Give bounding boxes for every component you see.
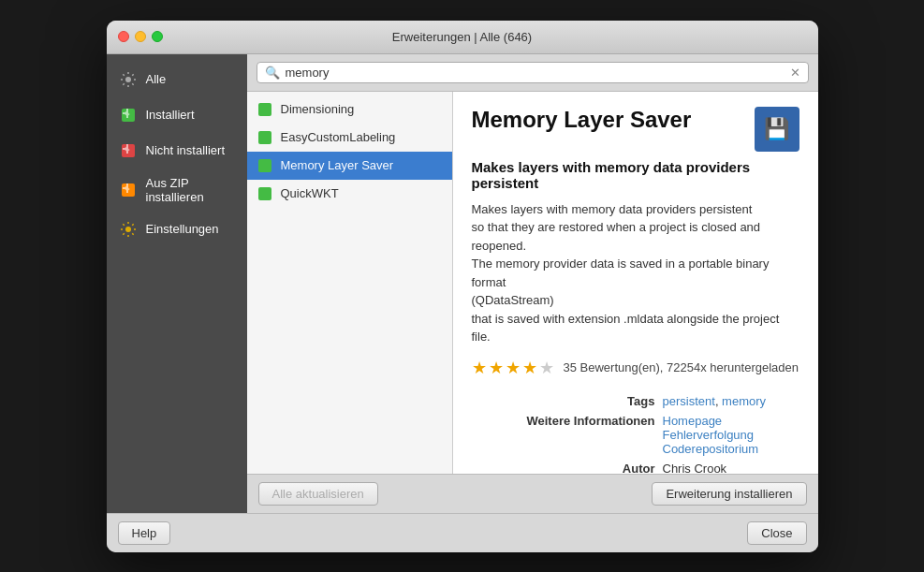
close-button[interactable]: Close <box>747 521 806 545</box>
fehlerverfolgung-link[interactable]: Fehlerverfolgung <box>663 428 755 442</box>
svg-point-0 <box>125 77 131 82</box>
meta-row-weitere: Weitere Informationen Homepage Fehlerver… <box>472 411 799 459</box>
gear-yellow-icon <box>118 219 139 240</box>
search-icon: 🔍 <box>265 66 280 80</box>
homepage-link[interactable]: Homepage <box>663 414 723 428</box>
puzzle-green-icon <box>118 105 139 125</box>
minimize-traffic-light[interactable] <box>135 31 146 42</box>
meta-row-autor: Autor Chris Crook <box>472 459 799 474</box>
sidebar-label-installiert: Installiert <box>146 108 195 122</box>
plugin-icon: 💾 <box>764 117 789 141</box>
weitere-label: Weitere Informationen <box>472 411 659 459</box>
ratings-text: 35 Bewertung(en), 72254x heruntergeladen <box>564 360 799 374</box>
plugin-title: Memory Layer Saver <box>472 107 692 133</box>
list-item-label: Memory Layer Saver <box>281 158 394 172</box>
traffic-lights <box>118 31 163 42</box>
star-3: ★ <box>506 358 521 378</box>
bottom-bar-detail: Alle aktualisieren Erweiterung installie… <box>247 474 818 513</box>
svg-point-4 <box>125 227 131 232</box>
close-traffic-light[interactable] <box>118 31 129 42</box>
list-item-label: QuickWKT <box>281 186 339 200</box>
list-item-label: EasyCustomLabeling <box>281 130 396 144</box>
sidebar-item-einstellungen[interactable]: Einstellungen <box>107 212 247 247</box>
detail-header: Memory Layer Saver 💾 <box>472 107 799 152</box>
right-panel: 🔍 ✕ Dimensioning <box>247 54 818 513</box>
plugin-description: Makes layers with memory data providers … <box>472 200 799 346</box>
detail-area: Memory Layer Saver 💾 Makes layers with m… <box>453 92 818 474</box>
sidebar: Alle Installiert Nicht i <box>107 54 247 513</box>
list-item-easycustomlabeling[interactable]: EasyCustomLabeling <box>247 124 452 152</box>
svg-rect-5 <box>258 103 271 116</box>
erweiterung-installieren-button[interactable]: Erweiterung installieren <box>652 482 806 506</box>
star-4: ★ <box>522 358 537 378</box>
sidebar-item-aus-zip[interactable]: Aus ZIP installieren <box>107 169 247 212</box>
autor-label: Autor <box>472 459 659 474</box>
sidebar-item-installiert[interactable]: Installiert <box>107 97 247 133</box>
svg-rect-8 <box>258 187 271 200</box>
tag-persistent[interactable]: persistent <box>663 394 715 408</box>
maximize-traffic-light[interactable] <box>152 31 163 42</box>
plugin-icon-quickwkt <box>257 185 273 202</box>
search-input[interactable] <box>286 66 786 80</box>
star-5: ★ <box>539 358 554 378</box>
tags-label: Tags <box>472 391 659 411</box>
sidebar-label-aus-zip: Aus ZIP installieren <box>146 176 236 204</box>
main-content: Alle Installiert Nicht i <box>107 54 818 513</box>
plugin-icon-dimensioning <box>257 101 273 118</box>
tag-memory[interactable]: memory <box>722 394 766 408</box>
puzzle-red-icon <box>118 140 139 161</box>
autor-value: Chris Crook <box>659 459 799 474</box>
footer-bar: Help Close <box>107 513 818 552</box>
search-input-wrapper[interactable]: 🔍 ✕ <box>257 62 809 83</box>
plugin-subtitle: Makes layers with memory data providers … <box>472 159 799 191</box>
star-1: ★ <box>472 358 487 378</box>
window-title: Erweiterungen | Alle (646) <box>392 30 532 44</box>
search-clear-icon[interactable]: ✕ <box>790 66 800 80</box>
sidebar-label-einstellungen: Einstellungen <box>146 222 219 236</box>
coderepositorium-link[interactable]: Coderepositorium <box>663 442 759 456</box>
plugin-icon-easycustomlabeling <box>257 129 273 146</box>
tags-value: persistent, memory <box>659 391 799 411</box>
weitere-value: Homepage Fehlerverfolgung Coderepositori… <box>659 411 799 459</box>
split-area: Dimensioning EasyCustomLabeling Memory L… <box>247 92 818 474</box>
gear-icon <box>118 69 139 90</box>
svg-rect-7 <box>258 159 271 172</box>
sidebar-item-alle[interactable]: Alle <box>107 62 247 97</box>
list-item-dimensioning[interactable]: Dimensioning <box>247 95 452 124</box>
puzzle-orange-icon <box>118 180 139 200</box>
help-button[interactable]: Help <box>118 521 171 545</box>
sidebar-label-alle: Alle <box>146 72 167 86</box>
meta-row-tags: Tags persistent, memory <box>472 391 799 411</box>
plugin-icon-memorylayersaver <box>257 157 273 174</box>
sidebar-label-nicht-installiert: Nicht installiert <box>146 143 226 157</box>
alle-aktualisieren-button[interactable]: Alle aktualisieren <box>258 482 378 506</box>
main-window: Erweiterungen | Alle (646) Alle <box>107 21 818 552</box>
svg-rect-6 <box>258 131 271 144</box>
star-2: ★ <box>489 358 504 378</box>
stars-row: ★ ★ ★ ★ ★ 35 Bewertung(en), 72254x herun… <box>472 358 799 378</box>
list-item-memorylayersaver[interactable]: Memory Layer Saver <box>247 152 452 180</box>
plugin-list: Dimensioning EasyCustomLabeling Memory L… <box>247 92 453 474</box>
plugin-icon-box: 💾 <box>755 107 799 152</box>
list-item-label: Dimensioning <box>281 102 355 116</box>
list-item-quickwkt[interactable]: QuickWKT <box>247 180 452 208</box>
sidebar-item-nicht-installiert[interactable]: Nicht installiert <box>107 133 247 169</box>
meta-table: Tags persistent, memory Weitere Informat… <box>472 391 799 474</box>
search-bar: 🔍 ✕ <box>247 54 818 92</box>
titlebar: Erweiterungen | Alle (646) <box>107 21 818 54</box>
